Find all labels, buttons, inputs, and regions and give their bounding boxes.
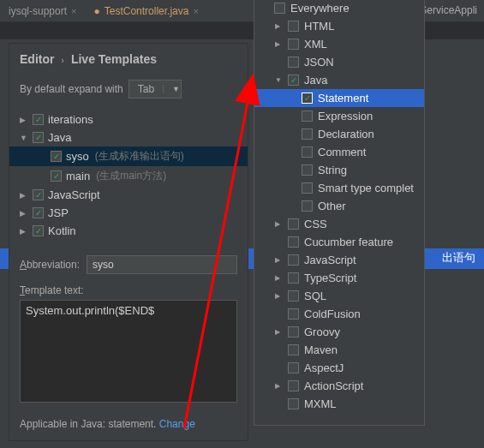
- checkbox[interactable]: [302, 200, 313, 212]
- checkbox[interactable]: [33, 189, 44, 200]
- checkbox[interactable]: [288, 380, 299, 391]
- context-type-item[interactable]: Statement: [254, 89, 424, 107]
- tab-label: TestController.java: [105, 5, 189, 17]
- context-type-item[interactable]: ▶ActionScript: [254, 377, 424, 395]
- checkbox[interactable]: [288, 254, 299, 266]
- tab-test-controller[interactable]: ● TestController.java ×: [85, 2, 206, 21]
- checkbox[interactable]: [288, 218, 299, 230]
- context-type-item[interactable]: ▶HTML: [254, 17, 424, 35]
- expand-with-row: By default expand with Tab ▼: [9, 75, 248, 107]
- context-type-label: HTML: [304, 20, 334, 33]
- checkbox[interactable]: [51, 170, 62, 182]
- expander-icon[interactable]: ▼: [20, 134, 28, 142]
- template-text-label: Template text:: [9, 279, 248, 300]
- context-type-item[interactable]: MXML: [254, 395, 424, 413]
- checkbox[interactable]: [33, 225, 44, 236]
- tree-item[interactable]: ▶Kotlin: [9, 222, 248, 240]
- context-type-item[interactable]: ▼Java: [254, 71, 424, 89]
- context-type-item[interactable]: Other: [254, 197, 424, 215]
- expander-icon[interactable]: ▶: [20, 116, 28, 124]
- checkbox[interactable]: [33, 132, 44, 143]
- tree-item[interactable]: ▼Java: [9, 128, 248, 146]
- expand-label: By default expand with: [20, 83, 123, 95]
- expander-icon[interactable]: ▶: [275, 22, 283, 30]
- context-type-item[interactable]: ▶JavaScript: [254, 251, 424, 269]
- context-type-label: Groovy: [304, 326, 340, 338]
- context-type-label: Everywhere: [290, 2, 350, 15]
- breadcrumb-section[interactable]: Editor: [20, 52, 54, 66]
- checkbox[interactable]: [33, 114, 44, 125]
- tree-item[interactable]: ▶JavaScript: [9, 186, 248, 204]
- expander-icon[interactable]: ▶: [20, 227, 28, 236]
- expander-icon[interactable]: ▶: [275, 256, 283, 264]
- change-link[interactable]: Change: [159, 418, 195, 430]
- checkbox[interactable]: [302, 111, 313, 122]
- context-type-item[interactable]: ▶Groovy: [254, 323, 424, 341]
- expander-icon[interactable]: ▶: [20, 191, 28, 200]
- checkbox[interactable]: [302, 128, 313, 140]
- expander-icon[interactable]: ▼: [275, 76, 283, 84]
- tree-item[interactable]: syso(生成标准输出语句): [9, 146, 248, 166]
- checkbox[interactable]: [288, 362, 299, 373]
- context-type-item[interactable]: ▶TypeScript: [254, 269, 424, 287]
- breadcrumb: Editor › Live Templates: [9, 44, 248, 75]
- expander-icon[interactable]: ▶: [275, 382, 283, 390]
- context-type-item[interactable]: Comment: [254, 143, 424, 161]
- tree-item-label: JSP: [48, 206, 69, 219]
- context-type-item[interactable]: ColdFusion: [254, 305, 424, 323]
- checkbox[interactable]: [288, 57, 299, 68]
- checkbox[interactable]: [288, 75, 299, 86]
- tree-item-label: syso: [66, 150, 89, 163]
- checkbox[interactable]: [288, 21, 299, 32]
- checkbox[interactable]: [288, 236, 299, 248]
- checkbox[interactable]: [33, 207, 44, 218]
- tab-mysql-support[interactable]: iysql-support ×: [0, 2, 85, 21]
- context-type-label: Comment: [318, 146, 366, 158]
- abbreviation-label: Abbreviation:: [20, 259, 80, 271]
- tree-item[interactable]: ▶iterations: [9, 111, 248, 128]
- checkbox[interactable]: [274, 3, 285, 14]
- tree-item-label: main: [66, 170, 90, 182]
- context-type-item[interactable]: Maven: [254, 341, 424, 359]
- context-type-item[interactable]: Smart type complet: [254, 179, 424, 197]
- checkbox[interactable]: [288, 326, 299, 337]
- context-type-item[interactable]: Expression: [254, 107, 424, 125]
- checkbox[interactable]: [302, 93, 313, 104]
- template-text-editor[interactable]: System.out.println($END$: [20, 300, 237, 403]
- context-type-item[interactable]: ▶CSS: [254, 215, 424, 233]
- expander-icon[interactable]: ▶: [275, 328, 283, 336]
- checkbox[interactable]: [288, 398, 299, 409]
- checkbox[interactable]: [288, 308, 299, 320]
- context-type-item[interactable]: Everywhere: [254, 0, 424, 17]
- context-type-item[interactable]: AspectJ: [254, 359, 424, 377]
- abbreviation-input[interactable]: [87, 255, 237, 274]
- tree-item[interactable]: main(生成main方法): [9, 166, 248, 186]
- checkbox[interactable]: [288, 39, 299, 50]
- tree-item[interactable]: ▶JSP: [9, 204, 248, 222]
- expander-icon[interactable]: ▶: [275, 292, 283, 300]
- context-type-item[interactable]: Cucumber feature: [254, 233, 424, 251]
- checkbox[interactable]: [288, 290, 299, 302]
- expander-icon[interactable]: ▶: [20, 209, 28, 218]
- expander-icon[interactable]: ▶: [275, 220, 283, 228]
- expand-with-combo[interactable]: Tab ▼: [128, 80, 182, 99]
- context-type-item[interactable]: ▶XML: [254, 35, 424, 53]
- context-type-item[interactable]: ▶SQL: [254, 287, 424, 305]
- context-type-item[interactable]: Declaration: [254, 125, 424, 143]
- context-type-item[interactable]: JSON: [254, 53, 424, 71]
- context-type-label: ActionScript: [304, 379, 363, 392]
- close-icon[interactable]: ×: [71, 6, 76, 16]
- tree-item-hint: (生成标准输出语句): [95, 149, 184, 164]
- checkbox[interactable]: [51, 151, 62, 162]
- checkbox[interactable]: [288, 344, 299, 355]
- checkbox[interactable]: [302, 182, 313, 194]
- close-icon[interactable]: ×: [193, 6, 198, 16]
- context-type-item[interactable]: String: [254, 161, 424, 179]
- checkbox[interactable]: [302, 164, 313, 176]
- context-type-label: ColdFusion: [304, 308, 361, 320]
- checkbox[interactable]: [302, 146, 313, 158]
- templates-tree: ▶iterations▼Javasyso(生成标准输出语句)main(生成mai…: [9, 107, 248, 243]
- expander-icon[interactable]: ▶: [275, 274, 283, 282]
- checkbox[interactable]: [288, 272, 299, 284]
- expander-icon[interactable]: ▶: [275, 40, 283, 48]
